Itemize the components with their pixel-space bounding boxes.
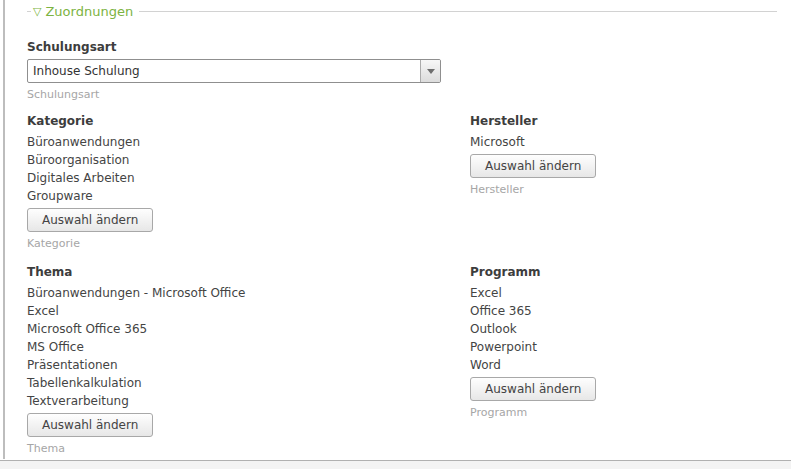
list-item: Büroanwendungen (27, 133, 470, 151)
list-item: Powerpoint (470, 338, 791, 356)
assignments-grid: Kategorie Büroanwendungen Büroorganisati… (27, 114, 791, 469)
left-border-rule (3, 0, 5, 459)
select-dropdown-button[interactable] (420, 60, 440, 82)
list-item: Excel (470, 284, 791, 302)
list-item: Tabellenkalkulation (27, 374, 470, 392)
list-item: Office 365 (470, 302, 791, 320)
thema-block: Thema Büroanwendungen - Microsoft Office… (27, 265, 470, 455)
hersteller-caption: Hersteller (470, 183, 791, 196)
hersteller-change-selection-button[interactable]: Auswahl ändern (470, 154, 596, 178)
section-title: Zuordnungen (45, 4, 133, 19)
list-item: Microsoft (470, 133, 791, 151)
list-item: Groupware (27, 187, 470, 205)
schulungsart-label: Schulungsart (27, 40, 791, 55)
collapse-triangle-icon[interactable]: ▽ (33, 6, 41, 17)
list-item: Word (470, 356, 791, 374)
list-item: Büroorganisation (27, 151, 470, 169)
kategorie-change-selection-button[interactable]: Auswahl ändern (27, 208, 153, 232)
thema-change-selection-button[interactable]: Auswahl ändern (27, 413, 153, 437)
footer-bar (0, 460, 791, 469)
list-item: Präsentationen (27, 356, 470, 374)
thema-caption: Thema (27, 442, 470, 455)
hersteller-block: Hersteller Microsoft Auswahl ändern Hers… (470, 114, 791, 250)
kategorie-caption: Kategorie (27, 237, 470, 250)
kategorie-label: Kategorie (27, 114, 470, 129)
list-item: Microsoft Office 365 (27, 320, 470, 338)
zuordnungen-section-header[interactable]: ▽ Zuordnungen (27, 4, 791, 18)
programm-change-selection-button[interactable]: Auswahl ändern (470, 377, 596, 401)
list-item: Outlook (470, 320, 791, 338)
schulungsart-select[interactable]: Inhouse Schulung (27, 59, 441, 83)
programm-block: Programm Excel Office 365 Outlook Powerp… (470, 265, 791, 455)
schulungsart-field: Schulungsart Inhouse Schulung Schulungsa… (27, 40, 791, 101)
list-item: Textverarbeitung (27, 392, 470, 410)
zuordnungen-panel: ▽ Zuordnungen Schulungsart Inhouse Schul… (27, 4, 791, 469)
list-item: Digitales Arbeiten (27, 169, 470, 187)
programm-caption: Programm (470, 406, 791, 419)
list-item: Excel (27, 302, 470, 320)
header-rule-left (27, 11, 31, 12)
programm-label: Programm (470, 265, 791, 280)
kategorie-block: Kategorie Büroanwendungen Büroorganisati… (27, 114, 470, 250)
thema-label: Thema (27, 265, 470, 280)
list-item: MS Office (27, 338, 470, 356)
schulungsart-select-value: Inhouse Schulung (28, 64, 420, 78)
chevron-down-icon (427, 69, 435, 74)
schulungsart-caption: Schulungsart (27, 88, 791, 101)
list-item: Büroanwendungen - Microsoft Office (27, 284, 470, 302)
header-rule-right (139, 11, 777, 12)
hersteller-label: Hersteller (470, 114, 791, 129)
